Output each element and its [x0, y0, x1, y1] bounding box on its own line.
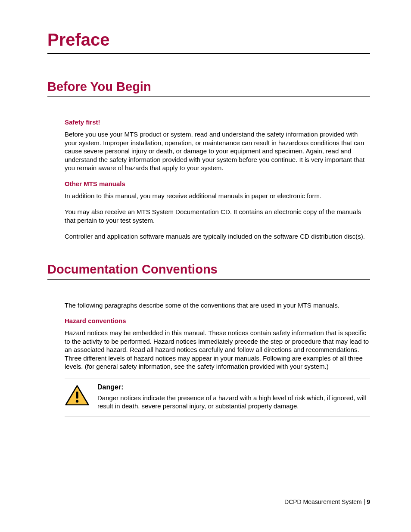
paragraph: Before you use your MTS product or syste…	[65, 130, 370, 172]
divider	[65, 417, 370, 417]
paragraph: You may also receive an MTS System Docum…	[65, 208, 370, 224]
paragraph: The following paragraphs describe some o…	[65, 301, 370, 310]
callout-text: Danger notices indicate the presence of …	[97, 394, 370, 411]
divider	[65, 379, 370, 379]
paragraph: In addition to this manual, you may rece…	[65, 192, 370, 200]
chapter-title: Preface	[47, 30, 370, 54]
svg-point-1	[76, 400, 78, 402]
footer-doc-title: DCPD Measurement System	[284, 498, 362, 505]
paragraph: Hazard notices may be embedded in this m…	[65, 329, 370, 371]
callout-body: Danger: Danger notices indicate the pres…	[97, 383, 370, 411]
callout-title: Danger:	[97, 383, 370, 391]
page-number: 9	[367, 498, 370, 505]
subheading: Hazard conventions	[65, 317, 370, 324]
section-heading: Documentation Conventions	[47, 262, 370, 280]
warning-triangle-icon	[65, 384, 90, 407]
paragraph: Controller and application software manu…	[65, 232, 370, 241]
footer-separator: |	[362, 498, 367, 505]
document-page: Preface Before You Begin Safety first! B…	[0, 0, 411, 417]
subheading: Safety first!	[65, 118, 370, 126]
page-footer: DCPD Measurement System | 9	[284, 498, 370, 505]
subheading: Other MTS manuals	[65, 180, 370, 187]
section-body: The following paragraphs describe some o…	[65, 301, 370, 417]
section-heading: Before You Begin	[47, 80, 370, 97]
svg-rect-0	[76, 391, 78, 398]
section-body: Safety first! Before you use your MTS pr…	[65, 118, 370, 241]
danger-callout: Danger: Danger notices indicate the pres…	[65, 383, 370, 411]
